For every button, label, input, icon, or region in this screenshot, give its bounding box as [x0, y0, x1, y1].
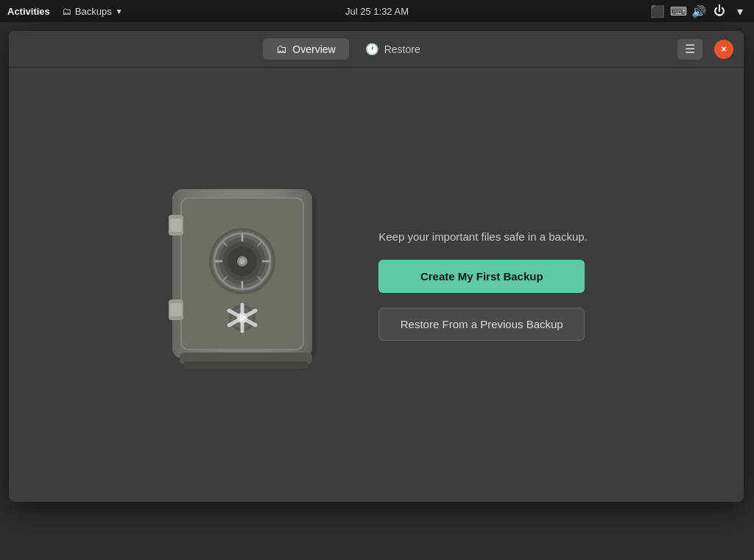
- topbar-right: ⬛ ⌨ 🔊 ⏻ ▾: [651, 4, 747, 18]
- tagline-text: Keep your important files safe in a back…: [378, 229, 588, 246]
- screen-icon[interactable]: ⬛: [651, 4, 664, 18]
- menu-button[interactable]: ☰: [677, 39, 702, 60]
- app-icon: 🗂: [62, 6, 71, 17]
- close-icon: ×: [721, 43, 727, 54]
- volume-icon[interactable]: 🔊: [692, 4, 705, 18]
- create-backup-button[interactable]: Create My First Backup: [378, 260, 585, 293]
- restore-icon: 🕐: [365, 43, 379, 56]
- overview-icon: 🗂: [276, 43, 287, 55]
- svg-rect-6: [170, 219, 182, 232]
- safe-illustration: [165, 182, 334, 388]
- tab-overview-label: Overview: [292, 43, 335, 55]
- app-label: Backups: [75, 6, 112, 17]
- topbar-left: Activities 🗂 Backups ▼: [7, 6, 123, 17]
- window-controls: ☰ ×: [677, 39, 733, 60]
- svg-point-16: [239, 258, 245, 264]
- topbar-clock: Jul 25 1:32 AM: [345, 6, 409, 17]
- app-menu[interactable]: 🗂 Backups ▼: [62, 6, 123, 17]
- window-content: Keep your important files safe in a back…: [9, 68, 744, 502]
- tab-restore-label: Restore: [384, 43, 420, 55]
- chevron-down-icon: ▼: [116, 7, 123, 15]
- svg-point-31: [239, 315, 245, 321]
- svg-rect-33: [183, 361, 309, 369]
- backups-window: 🗂 Overview 🕐 Restore ☰ ×: [9, 31, 744, 502]
- power-icon[interactable]: ⏻: [713, 4, 726, 18]
- svg-rect-8: [170, 303, 182, 316]
- close-button[interactable]: ×: [714, 40, 733, 59]
- activities-button[interactable]: Activities: [7, 6, 50, 17]
- restore-backup-button[interactable]: Restore From a Previous Backup: [378, 308, 585, 341]
- tabs-area: 🗂 Overview 🕐 Restore: [19, 38, 677, 60]
- tab-restore[interactable]: 🕐 Restore: [352, 38, 434, 60]
- topbar: Activities 🗂 Backups ▼ Jul 25 1:32 AM ⬛ …: [0, 0, 754, 22]
- window-header: 🗂 Overview 🕐 Restore ☰ ×: [9, 31, 744, 68]
- datetime-label: Jul 25 1:32 AM: [345, 6, 409, 17]
- right-content: Keep your important files safe in a back…: [378, 229, 588, 341]
- keyboard-icon[interactable]: ⌨: [672, 4, 685, 18]
- dropdown-icon[interactable]: ▾: [733, 4, 747, 18]
- tab-overview[interactable]: 🗂 Overview: [263, 38, 348, 60]
